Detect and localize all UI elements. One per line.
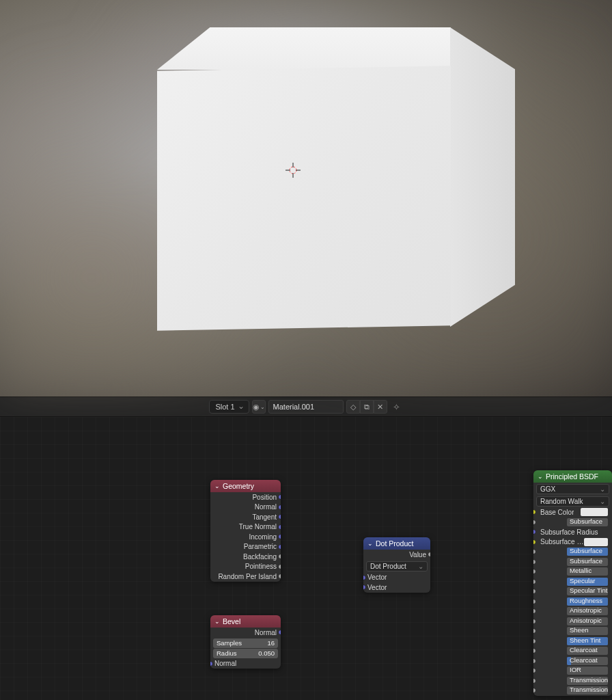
bsdf-input-ior[interactable]: IOR (533, 666, 612, 676)
socket-out-backfacing[interactable]: Backfacing (210, 552, 281, 562)
bsdf-input-specular[interactable]: Specular (533, 577, 612, 587)
socket-input[interactable] (533, 638, 536, 644)
value-slider[interactable]: Sheen Tint (567, 637, 608, 645)
socket-out-random-per-island[interactable]: Random Per Island (210, 571, 281, 582)
cube-object[interactable] (116, 27, 485, 383)
socket-out-normal[interactable]: Normal (210, 628, 281, 638)
socket-output[interactable] (278, 544, 281, 550)
bevel-samples-field[interactable]: Samples 16 (213, 638, 278, 648)
node-dot-product[interactable]: ⌄ Dot Product Value Dot Product Vector V… (363, 537, 430, 593)
viewport-3d[interactable] (0, 0, 612, 396)
socket-output[interactable] (278, 504, 281, 510)
socket-output[interactable] (278, 534, 281, 539)
socket-input[interactable] (533, 520, 536, 525)
bsdf-input-metallic[interactable]: Metallic (533, 567, 612, 577)
node-header[interactable]: ⌄ Principled BSDF (533, 470, 612, 483)
value-slider[interactable]: Specular Tint (567, 587, 608, 595)
bsdf-input-roughness[interactable]: Roughness (533, 597, 612, 607)
socket-input[interactable] (533, 569, 536, 574)
bsdf-input-clearcoat-roughness[interactable]: Clearcoat Roughness (533, 656, 612, 667)
socket-input[interactable] (533, 658, 536, 664)
socket-input[interactable] (533, 688, 536, 693)
socket-input[interactable] (533, 599, 536, 604)
bevel-radius-field[interactable]: Radius 0.050 (213, 649, 278, 658)
value-slider[interactable]: Anisotropic Rotation (567, 617, 608, 625)
pin-button[interactable]: ✧ (390, 402, 403, 412)
node-editor-area[interactable]: ⌄ Geometry PositionNormalTangentTrue Nor… (0, 417, 612, 700)
socket-input[interactable] (533, 529, 536, 535)
node-geometry[interactable]: ⌄ Geometry PositionNormalTangentTrue Nor… (210, 480, 281, 582)
socket-input[interactable] (363, 575, 366, 580)
socket-out-parametric[interactable]: Parametric (210, 542, 281, 552)
bsdf-input-subsurface[interactable]: Subsurface (533, 517, 612, 528)
socket-output[interactable] (278, 554, 281, 559)
bsdf-input-sheen-tint[interactable]: Sheen Tint (533, 636, 612, 647)
bsdf-input-subsurface-ior[interactable]: Subsurface IOR (533, 547, 612, 557)
value-slider[interactable]: Clearcoat Roughness (567, 657, 608, 665)
socket-output[interactable] (278, 574, 281, 579)
socket-input[interactable] (533, 619, 536, 624)
socket-output[interactable] (278, 514, 281, 520)
socket-input[interactable] (533, 628, 536, 634)
bsdf-input-subsurface-co-[interactable]: Subsurface Co... (533, 537, 612, 548)
color-swatch[interactable] (581, 508, 608, 516)
socket-input[interactable] (533, 559, 536, 565)
bsdf-input-base-color[interactable]: Base Color (533, 507, 612, 517)
bsdf-input-clearcoat[interactable]: Clearcoat (533, 646, 612, 656)
material-slot-select[interactable]: Slot 1 (209, 400, 249, 414)
socket-out-value[interactable]: Value (363, 550, 430, 560)
value-slider[interactable]: Transmission Roughness (567, 686, 608, 695)
value-slider[interactable]: Metallic (567, 567, 608, 576)
bsdf-distribution-select[interactable]: GGX (536, 484, 609, 494)
socket-output[interactable] (428, 552, 430, 557)
bsdf-input-sheen[interactable]: Sheen (533, 626, 612, 636)
node-principled-bsdf[interactable]: ⌄ Principled BSDF GGX Random Walk Base C… (533, 470, 612, 696)
color-swatch[interactable] (584, 538, 608, 546)
socket-out-incoming[interactable]: Incoming (210, 532, 281, 542)
socket-in-vector-b[interactable]: Vector (363, 582, 430, 593)
socket-out-true-normal[interactable]: True Normal (210, 522, 281, 533)
value-slider[interactable]: Transmission (567, 677, 608, 685)
socket-output[interactable] (278, 630, 281, 635)
value-slider[interactable]: IOR (567, 667, 608, 675)
socket-input[interactable] (533, 539, 536, 545)
bsdf-input-subsurface-radius[interactable]: Subsurface Radius (533, 527, 612, 537)
socket-input[interactable] (533, 668, 536, 673)
duplicate-material-button[interactable]: ⧉ (360, 400, 374, 414)
bsdf-input-subsurface-anisotropy[interactable]: Subsurface Anisotropy (533, 557, 612, 567)
node-header[interactable]: ⌄ Geometry (210, 480, 281, 492)
socket-input[interactable] (533, 608, 536, 614)
bsdf-sss-method-select[interactable]: Random Walk (536, 496, 609, 507)
value-slider[interactable]: Clearcoat (567, 647, 608, 655)
bsdf-input-anisotropic-rotation[interactable]: Anisotropic Rotation (533, 617, 612, 627)
value-slider[interactable]: Subsurface (567, 518, 608, 526)
bsdf-input-anisotropic[interactable]: Anisotropic (533, 606, 612, 617)
node-bevel[interactable]: ⌄ Bevel Normal Samples 16 Radius 0.050 N… (210, 615, 281, 669)
socket-out-tangent[interactable]: Tangent (210, 512, 281, 522)
socket-in-vector-a[interactable]: Vector (363, 573, 430, 583)
socket-input[interactable] (533, 549, 536, 554)
value-slider[interactable]: Anisotropic (567, 607, 608, 615)
fake-user-button[interactable]: ◇ (346, 400, 360, 414)
socket-input[interactable] (533, 579, 536, 584)
value-slider[interactable]: Subsurface IOR (567, 548, 608, 556)
value-slider[interactable]: Subsurface Anisotropy (567, 558, 608, 566)
socket-out-pointiness[interactable]: Pointiness (210, 562, 281, 572)
value-slider[interactable]: Roughness (567, 597, 608, 606)
bsdf-input-specular-tint[interactable]: Specular Tint (533, 587, 612, 597)
socket-input[interactable] (533, 589, 536, 594)
socket-input[interactable] (533, 509, 536, 515)
vector-math-operation-select[interactable]: Dot Product (366, 561, 428, 571)
value-slider[interactable]: Sheen (567, 627, 608, 635)
socket-input[interactable] (363, 584, 366, 590)
bsdf-input-transmission[interactable]: Transmission (533, 676, 612, 686)
bsdf-input-transmission-roughness[interactable]: Transmission Roughness (533, 686, 612, 696)
socket-input[interactable] (533, 648, 536, 654)
material-browse-button[interactable]: ◉ ⌄ (252, 400, 266, 414)
socket-output[interactable] (278, 524, 281, 530)
node-header[interactable]: ⌄ Bevel (210, 615, 281, 628)
socket-out-position[interactable]: Position (210, 492, 281, 502)
socket-input[interactable] (210, 661, 213, 667)
value-slider[interactable]: Specular (567, 578, 608, 586)
socket-input[interactable] (533, 678, 536, 684)
